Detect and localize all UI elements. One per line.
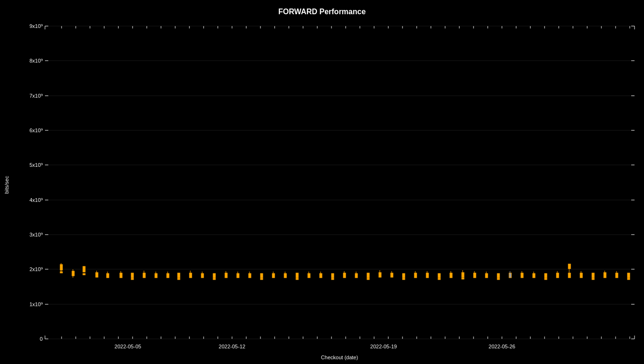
svg-text:3x10⁹: 3x10⁹ [29,232,43,237]
svg-rect-168 [284,273,286,278]
svg-rect-183 [367,278,369,280]
svg-rect-223 [592,278,594,280]
svg-rect-217 [568,273,571,278]
svg-rect-176 [331,273,334,278]
svg-rect-138 [107,273,109,278]
svg-rect-162 [249,273,251,278]
svg-rect-0 [0,0,644,364]
svg-rect-148 [167,273,169,278]
svg-rect-206 [497,278,500,280]
x-tick-label-3: 2022-05-19 [370,344,397,349]
svg-rect-186 [391,273,393,277]
svg-rect-152 [189,273,192,278]
svg-text:5x10⁹: 5x10⁹ [29,162,43,168]
svg-rect-144 [143,273,145,278]
svg-rect-213 [545,273,547,278]
svg-rect-164 [260,273,263,278]
y-axis-label: bits/sec [4,176,9,194]
svg-rect-184 [379,273,381,277]
svg-rect-127 [60,264,63,270]
svg-rect-182 [367,273,369,278]
svg-rect-158 [225,273,227,278]
svg-rect-166 [272,273,275,278]
svg-rect-172 [308,273,310,278]
svg-rect-220 [580,273,582,278]
svg-rect-171 [296,278,298,280]
svg-text:4x10⁹: 4x10⁹ [29,197,43,203]
svg-rect-199 [462,278,464,279]
svg-rect-190 [414,273,417,278]
svg-rect-165 [260,278,263,280]
svg-rect-201 [474,273,476,278]
svg-rect-203 [485,273,488,278]
svg-rect-174 [320,273,322,278]
svg-rect-228 [627,273,630,278]
svg-text:9x10⁹: 9x10⁹ [29,23,43,29]
svg-rect-188 [402,273,405,278]
svg-rect-140 [120,273,122,278]
x-tick-label-4: 2022-05-26 [489,344,515,349]
svg-rect-177 [331,278,334,280]
svg-rect-205 [497,273,500,278]
svg-rect-146 [155,273,157,278]
svg-text:6x10⁹: 6x10⁹ [29,127,43,133]
svg-rect-160 [237,273,239,278]
chart-container: FORWARD Performance bits/sec Checkout (d… [0,0,644,364]
svg-rect-229 [627,278,630,280]
chart-svg: FORWARD Performance bits/sec Checkout (d… [0,0,644,364]
svg-rect-178 [343,273,346,278]
svg-rect-207 [509,273,511,278]
svg-rect-192 [426,273,429,278]
svg-rect-195 [438,278,440,280]
svg-rect-154 [201,273,204,278]
chart-title: FORWARD Performance [278,8,366,16]
svg-rect-143 [131,278,134,280]
svg-text:8x10⁹: 8x10⁹ [29,58,43,64]
svg-rect-157 [213,278,215,280]
svg-rect-151 [178,278,180,280]
svg-rect-150 [178,273,180,278]
svg-rect-224 [604,273,606,278]
svg-rect-194 [438,273,440,278]
x-tick-label-1: 2022-05-05 [115,344,141,349]
svg-rect-211 [533,273,535,278]
svg-rect-135 [83,273,85,275]
svg-rect-222 [592,273,594,278]
svg-text:2x10⁹: 2x10⁹ [29,266,43,272]
svg-rect-214 [545,278,547,280]
svg-rect-142 [131,273,134,278]
svg-rect-226 [616,273,618,278]
svg-rect-209 [521,273,523,278]
svg-rect-189 [402,278,405,280]
svg-rect-198 [462,273,464,277]
svg-rect-170 [296,273,298,278]
svg-text:0: 0 [40,336,43,342]
svg-text:7x10⁹: 7x10⁹ [29,93,43,99]
svg-rect-134 [83,266,85,272]
svg-rect-136 [96,273,98,277]
svg-rect-215 [556,273,559,278]
svg-rect-180 [355,273,358,278]
svg-rect-218 [568,264,571,269]
x-axis-label: Checkout (date) [321,355,358,360]
svg-rect-156 [213,273,215,278]
svg-rect-196 [450,273,452,278]
svg-rect-131 [72,271,74,276]
svg-text:1x10⁹: 1x10⁹ [29,301,43,307]
x-tick-label-2: 2022-05-12 [219,344,245,349]
